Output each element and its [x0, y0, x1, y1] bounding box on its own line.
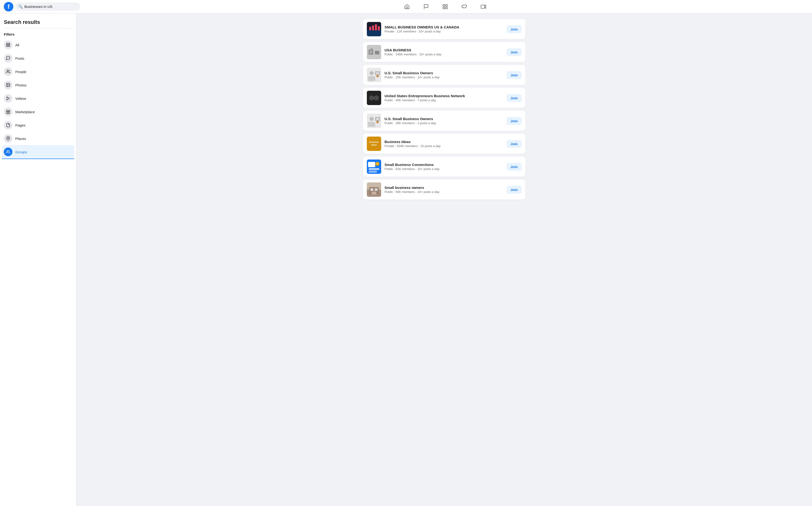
group-name: SMALL BUSINESS OWNERS US & CANADA [385, 25, 503, 29]
main-content: SMALL BUSINESS OWNERS US & CANADA Privat… [76, 13, 812, 506]
svg-point-37 [371, 97, 372, 98]
svg-rect-2 [445, 5, 447, 6]
marketplace-icon [4, 107, 12, 116]
svg-rect-21 [375, 24, 377, 30]
svg-marker-14 [7, 97, 10, 100]
svg-rect-45 [376, 118, 379, 120]
group-card: SMALL BUSINESS OWNERS US & CANADA Privat… [363, 19, 525, 39]
pages-icon [4, 121, 12, 130]
group-info: Small business owners Public · 56K membe… [385, 185, 503, 194]
group-name: U.S. Small Business Owners [385, 117, 503, 121]
sidebar-divider [4, 28, 72, 28]
svg-rect-30 [368, 76, 375, 81]
flag-icon[interactable] [420, 1, 432, 12]
sidebar-item-videos[interactable]: Videos [2, 92, 74, 105]
sidebar-item-pages[interactable]: Pages [2, 118, 74, 132]
chart-icon[interactable] [439, 1, 451, 12]
filters-label: Filters [2, 31, 74, 38]
svg-rect-8 [9, 43, 10, 45]
svg-point-46 [377, 121, 379, 123]
svg-rect-4 [443, 7, 445, 9]
search-input[interactable] [24, 5, 63, 9]
group-thumbnail [367, 182, 381, 197]
search-bar[interactable]: 🔍 [15, 2, 80, 11]
svg-rect-25 [369, 50, 373, 54]
join-button[interactable]: Join [506, 94, 521, 102]
sidebar-item-groups[interactable]: Groups [2, 145, 74, 159]
groups-list: SMALL BUSINESS OWNERS US & CANADA Privat… [363, 19, 525, 200]
group-thumbnail [367, 45, 381, 59]
group-name: Business Ideas [385, 140, 503, 144]
svg-rect-61 [372, 191, 377, 194]
group-card: Business Ideas Business Ideas Private · … [363, 134, 525, 154]
page-layout: Search results Filters All Posts People [0, 13, 812, 506]
svg-rect-20 [372, 25, 374, 30]
svg-point-29 [370, 71, 374, 75]
all-icon [4, 40, 12, 49]
group-info: U.S. Small Business Owners Public · 36K … [385, 117, 503, 125]
places-icon [4, 134, 12, 143]
svg-rect-22 [378, 26, 380, 30]
svg-point-15 [8, 138, 9, 139]
group-thumbnail [367, 22, 381, 36]
group-thumbnail: Business Ideas [367, 137, 381, 151]
group-meta: Public · 246K members · 10+ posts a day [385, 53, 503, 56]
join-button[interactable]: Join [506, 25, 521, 33]
group-meta: Public · 36K members · 2 posts a day [385, 121, 503, 125]
join-button[interactable]: Join [506, 163, 521, 171]
group-thumbnail: f [367, 160, 381, 174]
svg-rect-59 [371, 188, 373, 191]
svg-point-40 [376, 97, 377, 98]
group-meta: Public · 91K members · 10+ posts a day [385, 167, 503, 171]
sidebar-item-places[interactable]: Places [2, 132, 74, 145]
svg-point-27 [371, 48, 373, 50]
group-info: United States Entrepreneurs Business Net… [385, 94, 503, 102]
topnav-center [82, 1, 808, 12]
facebook-logo[interactable]: f [4, 2, 13, 11]
sidebar-item-marketplace[interactable]: Marketplace [2, 105, 74, 118]
svg-rect-32 [376, 72, 379, 74]
join-button[interactable]: Join [506, 186, 521, 194]
group-meta: Public · 40K members · 7 posts a day [385, 98, 503, 102]
svg-rect-43 [368, 122, 375, 127]
group-info: Business Ideas Private · 404K members · … [385, 140, 503, 148]
topnav-left: f 🔍 [4, 2, 80, 11]
groups-icon [4, 148, 12, 156]
svg-point-16 [7, 150, 8, 152]
svg-rect-9 [6, 46, 8, 47]
group-card: f Small Business Connections Public · 91… [363, 157, 525, 177]
svg-rect-7 [6, 43, 8, 45]
svg-rect-60 [375, 188, 378, 191]
sidebar-item-people[interactable]: People [2, 65, 74, 78]
svg-point-13 [7, 84, 8, 85]
group-name: USA BUSINESS [385, 48, 503, 52]
svg-rect-5 [481, 5, 485, 8]
megaphone-icon[interactable] [459, 1, 470, 12]
group-thumbnail [367, 91, 381, 105]
page-title: Search results [2, 17, 74, 28]
join-button[interactable]: Join [506, 117, 521, 125]
group-info: U.S. Small Business Owners Public · 25K … [385, 71, 503, 79]
join-button[interactable]: Join [506, 48, 521, 56]
sidebar-item-posts[interactable]: Posts [2, 52, 74, 65]
svg-text:Business: Business [369, 141, 379, 143]
join-button[interactable]: Join [506, 71, 521, 79]
home-icon[interactable] [401, 1, 413, 12]
group-card: Small business owners Public · 56K membe… [363, 180, 525, 200]
svg-rect-51 [368, 162, 375, 167]
group-info: Small Business Connections Public · 91K … [385, 163, 503, 171]
svg-rect-52 [369, 168, 379, 170]
group-name: Small business owners [385, 185, 503, 190]
group-name: United States Entrepreneurs Business Net… [385, 94, 503, 98]
sidebar-item-all[interactable]: All [2, 38, 74, 52]
join-button[interactable]: Join [506, 140, 521, 148]
group-card: USA BUSINESS Public · 246K members · 10+… [363, 42, 525, 62]
video-icon[interactable] [478, 1, 489, 12]
people-icon [4, 67, 12, 76]
svg-point-33 [377, 75, 379, 77]
sidebar-item-photos[interactable]: Photos [2, 78, 74, 92]
svg-rect-1 [443, 5, 445, 6]
sidebar: Search results Filters All Posts People [0, 13, 76, 506]
svg-rect-18 [367, 30, 381, 36]
svg-text:Ideas: Ideas [371, 144, 377, 146]
